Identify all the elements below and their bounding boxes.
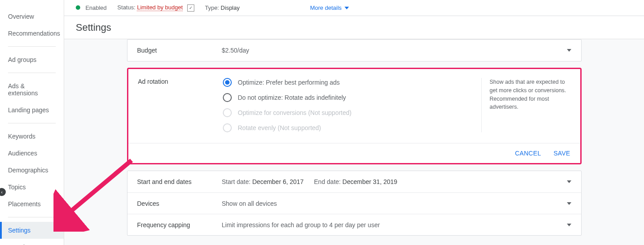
page-title-text: Settings <box>76 22 111 33</box>
campaign-status-bar: Enabled Status: Limited by budget ✓ Type… <box>64 0 644 16</box>
enabled-dot-icon <box>76 5 80 10</box>
status-value[interactable]: Limited by budget <box>137 4 183 11</box>
sidebar-item-audiences[interactable]: Audiences <box>0 145 64 162</box>
devices-row[interactable]: Devices Show on all devices <box>127 192 581 214</box>
dates-value: Start date: December 6, 2017 End date: D… <box>222 178 571 185</box>
ad-rotation-panel: Ad rotation Optimize: Prefer best perfor… <box>127 68 582 164</box>
sidebar-item-overview[interactable]: Overview <box>0 8 64 25</box>
chevron-down-icon <box>567 49 571 52</box>
chevron-down-icon <box>567 180 571 183</box>
end-date-label: End date: <box>314 178 341 185</box>
sidebar: Overview Recommendations Ad groups Ads &… <box>0 0 64 245</box>
option-optimize[interactable]: Optimize: Prefer best performing ads <box>223 78 481 87</box>
devices-title: Devices <box>137 200 222 207</box>
devices-value: Show on all devices <box>222 200 571 207</box>
budget-title: Budget <box>137 47 222 54</box>
sidebar-item-placements[interactable]: Placements <box>0 196 64 212</box>
sidebar-item-keywords[interactable]: Keywords <box>0 128 64 145</box>
option-do-not-optimize[interactable]: Do not optimize: Rotate ads indefinitely <box>223 93 481 102</box>
option-label: Optimize: Prefer best performing ads <box>238 79 340 86</box>
option-label: Rotate evenly (Not supported) <box>238 124 321 131</box>
additional-settings-panel: Start and end dates Start date: December… <box>127 171 582 236</box>
content-area: Budget $2.50/day Ad rotation Optimize: P… <box>64 39 644 245</box>
dates-title: Start and end dates <box>137 178 222 185</box>
option-label: Do not optimize: Rotate ads indefinitely <box>238 94 346 101</box>
start-date-label: Start date: <box>222 178 251 185</box>
status-field: Status: Limited by budget ✓ <box>117 4 194 12</box>
ad-rotation-options: Optimize: Prefer best performing ads Do … <box>223 78 481 132</box>
enabled-label: Enabled <box>86 4 107 11</box>
start-date-value: December 6, 2017 <box>252 178 304 185</box>
option-optimize-conversions: Optimize for conversions (Not supported) <box>223 108 481 117</box>
sidebar-separator <box>8 217 56 217</box>
radio-icon <box>223 78 232 87</box>
sidebar-item-recommendations[interactable]: Recommendations <box>0 25 64 42</box>
chevron-down-icon <box>345 7 349 9</box>
frequency-title: Frequency capping <box>137 221 222 229</box>
sidebar-item-ad-groups[interactable]: Ad groups <box>0 51 64 68</box>
option-rotate-evenly: Rotate evenly (Not supported) <box>223 123 481 132</box>
radio-icon <box>223 93 232 102</box>
radio-icon <box>223 108 232 117</box>
ad-rotation-help-text: Show ads that are expected to get more c… <box>490 79 566 110</box>
budget-panel[interactable]: Budget $2.50/day <box>127 39 582 61</box>
more-details-link[interactable]: More details <box>310 4 349 11</box>
chevron-down-icon <box>567 224 571 226</box>
status-enabled[interactable]: Enabled <box>76 4 107 11</box>
ad-rotation-title: Ad rotation <box>138 78 223 132</box>
type-label: Type: <box>205 4 219 11</box>
sidebar-separator <box>8 73 56 73</box>
sidebar-item-locations[interactable]: Locations <box>0 239 64 245</box>
sidebar-item-landing-pages[interactable]: Landing pages <box>0 102 64 118</box>
dates-row[interactable]: Start and end dates Start date: December… <box>127 171 581 192</box>
frequency-value: Limit impressions for each ad group to 4… <box>222 221 571 229</box>
sidebar-item-demographics[interactable]: Demographics <box>0 162 64 179</box>
sidebar-item-settings[interactable]: Settings <box>0 222 64 239</box>
sidebar-separator <box>8 46 56 47</box>
sidebar-item-ads-extensions[interactable]: Ads & extensions <box>0 78 64 102</box>
chevron-down-icon <box>567 202 571 205</box>
type-value: Display <box>221 4 240 11</box>
sidebar-item-topics[interactable]: Topics <box>0 179 64 196</box>
type-field: Type: Display <box>205 4 240 11</box>
option-label: Optimize for conversions (Not supported) <box>238 109 352 116</box>
cancel-button[interactable]: CANCEL <box>515 150 541 157</box>
more-details-label: More details <box>310 4 342 11</box>
frequency-capping-row[interactable]: Frequency capping Limit impressions for … <box>127 214 581 235</box>
sidebar-separator <box>8 123 56 123</box>
ad-rotation-actions: CANCEL SAVE <box>128 143 580 163</box>
page-title: Settings <box>64 16 644 39</box>
save-button[interactable]: SAVE <box>554 150 570 157</box>
budget-value: $2.50/day <box>222 47 571 54</box>
radio-icon <box>223 123 232 132</box>
chart-icon[interactable]: ✓ <box>187 4 194 12</box>
end-date-value: December 31, 2019 <box>342 178 397 185</box>
ad-rotation-help: Show ads that are expected to get more c… <box>481 78 570 132</box>
status-label: Status: <box>117 4 135 11</box>
